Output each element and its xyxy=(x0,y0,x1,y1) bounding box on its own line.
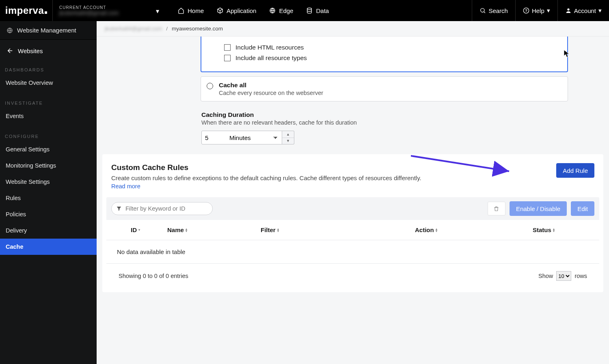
sidebar: Website Management Websites DASHBOARDS W… xyxy=(0,21,97,364)
nav-data-label: Data xyxy=(316,7,329,14)
sidebar-item-website-overview[interactable]: Website Overview xyxy=(0,75,97,91)
nav-home[interactable]: Home xyxy=(178,7,204,14)
checkbox-icon[interactable] xyxy=(224,44,231,51)
add-rule-button[interactable]: Add Rule xyxy=(556,163,594,178)
duration-unit-select[interactable]: Minutes xyxy=(225,131,282,144)
svg-point-2 xyxy=(481,9,484,12)
application-icon xyxy=(217,7,223,14)
breadcrumb-account[interactable]: jkuberka84@gmail.com xyxy=(105,26,162,32)
duration-stepper[interactable]: ▲ ▼ xyxy=(282,131,294,144)
account-menu[interactable]: Account ▾ xyxy=(557,0,609,21)
checkbox-icon[interactable] xyxy=(224,55,231,61)
user-icon xyxy=(565,7,572,14)
sort-icon: ▴▾ xyxy=(553,228,555,232)
filter-input[interactable] xyxy=(111,202,213,215)
radio-icon[interactable] xyxy=(207,83,213,89)
sidebar-item-monitoring-settings[interactable]: Monitoring Settings xyxy=(0,157,97,174)
nav-data[interactable]: Data xyxy=(306,7,329,14)
nav-application[interactable]: Application xyxy=(217,7,256,14)
section-configure-label: CONFIGURE xyxy=(0,130,97,141)
cache-mode-panel: Include HTML resources Include all resou… xyxy=(201,37,568,144)
top-nav: Home Application Edge Data xyxy=(166,7,472,14)
topbar-right: Search ? Help ▾ Account ▾ xyxy=(472,0,609,21)
table-header: ID▾ Name▴▾ Filter▴▾ Action▴▾ Status▴▾ xyxy=(106,220,599,240)
sidebar-back[interactable]: Websites xyxy=(0,40,97,63)
col-status[interactable]: Status▴▾ xyxy=(533,226,591,233)
filter-icon xyxy=(116,206,122,211)
breadcrumb: jkuberka84@gmail.com / myawesomesite.com xyxy=(97,21,609,37)
breadcrumb-separator: / xyxy=(166,26,168,32)
table-page-size: Show 10 rows xyxy=(538,271,587,281)
stepper-down-icon[interactable]: ▼ xyxy=(282,138,294,144)
nav-edge[interactable]: Edge xyxy=(269,7,293,14)
globe-icon xyxy=(6,27,13,34)
table-info: Showing 0 to 0 of 0 entries xyxy=(119,273,188,279)
account-picker[interactable]: CURRENT ACCOUNT jkuberka84@gmail.com ▾ xyxy=(53,0,166,21)
rules-read-more-link[interactable]: Read more xyxy=(111,183,140,190)
caret-down-icon: ▾ xyxy=(156,7,159,15)
checkbox-label: Include HTML resources xyxy=(235,44,304,51)
section-dashboards-label: DASHBOARDS xyxy=(0,63,97,75)
sidebar-back-label: Websites xyxy=(18,47,43,54)
brand-logo: imperva xyxy=(0,0,53,21)
col-id[interactable]: ID▾ xyxy=(114,226,167,233)
checkbox-include-all[interactable]: Include all resource types xyxy=(224,53,544,63)
checkbox-include-html[interactable]: Include HTML resources xyxy=(224,42,544,53)
search-label: Search xyxy=(488,7,508,14)
rules-toolbar: Enable / Disable Edit xyxy=(106,197,599,220)
brand-dot xyxy=(45,11,47,14)
search-button[interactable]: Search xyxy=(472,0,515,21)
page-size-select[interactable]: 10 xyxy=(556,271,571,281)
duration-value-input[interactable] xyxy=(201,131,226,144)
sidebar-item-cache[interactable]: Cache xyxy=(0,239,97,255)
help-menu[interactable]: ? Help ▾ xyxy=(515,0,557,21)
col-action[interactable]: Action▴▾ xyxy=(415,226,533,233)
cache-all-sub: Cache every resource on the webserver xyxy=(219,90,323,96)
section-investigate-label: INVESTIGATE xyxy=(0,97,97,108)
svg-line-7 xyxy=(411,156,509,171)
account-picker-label: CURRENT ACCOUNT xyxy=(59,5,160,10)
enable-disable-button[interactable]: Enable / Disable xyxy=(510,201,567,216)
rules-table: ID▾ Name▴▾ Filter▴▾ Action▴▾ Status▴▾ No… xyxy=(106,220,599,281)
caret-down-icon: ▾ xyxy=(598,7,602,14)
cache-selected-option: Include HTML resources Include all resou… xyxy=(201,37,568,72)
caret-down-icon: ▾ xyxy=(547,7,550,14)
sidebar-item-general-settings[interactable]: General Settings xyxy=(0,141,97,157)
caching-duration-block: Caching Duration When there are no relev… xyxy=(201,111,568,144)
sidebar-item-website-settings[interactable]: Website Settings xyxy=(0,174,97,190)
sort-icon: ▴▾ xyxy=(277,228,279,232)
nav-edge-label: Edge xyxy=(279,7,293,14)
cache-all-title: Cache all xyxy=(219,82,323,89)
col-filter[interactable]: Filter▴▾ xyxy=(261,226,415,233)
svg-point-1 xyxy=(307,8,312,9)
sidebar-item-events[interactable]: Events xyxy=(0,108,97,124)
sidebar-item-delivery[interactable]: Delivery xyxy=(0,222,97,239)
help-label: Help xyxy=(532,7,544,14)
col-name[interactable]: Name▴▾ xyxy=(167,226,261,233)
table-footer: Showing 0 to 0 of 0 entries Show 10 rows xyxy=(106,264,599,281)
account-picker-email: jkuberka84@gmail.com xyxy=(59,10,160,16)
annotation-arrow-icon xyxy=(411,154,516,179)
stepper-up-icon[interactable]: ▲ xyxy=(282,131,294,138)
search-icon xyxy=(479,7,486,14)
delete-button[interactable] xyxy=(488,202,505,215)
checkbox-label: Include all resource types xyxy=(235,54,307,62)
sort-icon: ▾ xyxy=(138,229,140,231)
filter-field[interactable] xyxy=(111,202,213,215)
cache-all-option[interactable]: Cache all Cache every resource on the we… xyxy=(201,76,568,101)
sidebar-header: Website Management xyxy=(0,21,97,40)
home-icon xyxy=(178,7,184,14)
edit-button[interactable]: Edit xyxy=(571,201,594,216)
sort-icon: ▴▾ xyxy=(436,228,437,232)
caching-duration-sub: When there are no relevant headers, cach… xyxy=(201,119,568,126)
caching-duration-title: Caching Duration xyxy=(201,111,568,118)
trash-icon xyxy=(493,206,499,212)
svg-text:?: ? xyxy=(525,9,527,13)
edge-icon xyxy=(269,7,276,14)
account-label: Account xyxy=(574,7,596,14)
breadcrumb-site[interactable]: myawesomesite.com xyxy=(172,26,223,32)
sidebar-item-rules[interactable]: Rules xyxy=(0,190,97,206)
sidebar-item-policies[interactable]: Policies xyxy=(0,206,97,222)
topbar: imperva CURRENT ACCOUNT jkuberka84@gmail… xyxy=(0,0,609,21)
sidebar-header-title: Website Management xyxy=(17,27,76,34)
